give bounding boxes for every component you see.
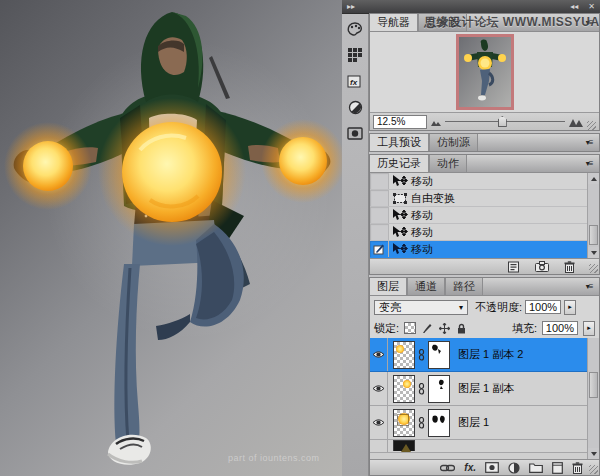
lock-position-icon[interactable]: [438, 322, 450, 334]
free-transform-icon: [389, 192, 411, 205]
link-layers-button[interactable]: [440, 464, 455, 472]
zoom-percent-input[interactable]: [373, 115, 427, 129]
history-panel: 历史记录 动作 ▾≡ 移动: [369, 154, 600, 275]
scroll-down-icon[interactable]: [588, 247, 599, 258]
lock-transparency-icon[interactable]: [404, 322, 416, 334]
history-brush-source-icon[interactable]: [370, 241, 389, 257]
lock-paint-brush-icon[interactable]: [421, 322, 433, 334]
fill-input[interactable]: 100%: [542, 321, 578, 335]
visibility-eye-icon[interactable]: [370, 406, 388, 439]
new-group-folder-icon[interactable]: [529, 462, 543, 473]
link-chain-icon: [415, 417, 428, 429]
layer-mask-thumbnail[interactable]: [428, 375, 450, 403]
new-snapshot-button[interactable]: [535, 261, 549, 272]
history-panel-menu-icon[interactable]: ▾≡: [579, 155, 599, 172]
panel-dock: ▸▸ ◂◂ ✕ fx: [342, 0, 600, 476]
zoom-out-icon[interactable]: [431, 118, 441, 126]
figure-artwork: [0, 0, 342, 476]
opacity-slider-button[interactable]: ▸: [564, 300, 576, 315]
history-row-selected[interactable]: 移动: [370, 241, 599, 258]
history-row[interactable]: 移动: [370, 207, 599, 224]
history-brush-well[interactable]: [370, 224, 389, 240]
link-chain-icon: [415, 383, 428, 395]
background-layer-thumbnail[interactable]: [393, 440, 415, 451]
history-row[interactable]: 移动: [370, 224, 599, 241]
lock-all-icon[interactable]: [455, 322, 467, 334]
layer-row[interactable]: 图层 1 副本: [370, 372, 599, 406]
forum-watermark: 思缘设计论坛 WWW.MISSYUAN.COM: [424, 14, 600, 31]
masks-panel-icon[interactable]: [345, 123, 365, 143]
new-document-from-state-button[interactable]: [507, 261, 520, 273]
history-brush-well[interactable]: [370, 207, 389, 223]
opacity-label: 不透明度:: [475, 300, 522, 315]
history-brush-well[interactable]: [370, 190, 389, 206]
layer-style-fx-button[interactable]: fx.: [464, 463, 476, 473]
blend-mode-dropdown[interactable]: 变亮 ▾: [374, 300, 468, 315]
tool-presets-panel-menu-icon[interactable]: ▾≡: [579, 134, 599, 151]
visibility-eye-icon[interactable]: [370, 338, 388, 371]
adjustments-panel-icon[interactable]: [345, 97, 365, 117]
tab-layers[interactable]: 图层: [370, 278, 407, 295]
history-list: 移动 自由变换 移动: [370, 173, 599, 258]
tab-tool-presets[interactable]: 工具预设: [370, 134, 429, 151]
layer-mask-thumbnail[interactable]: [428, 341, 450, 369]
new-layer-button[interactable]: [552, 462, 563, 474]
scroll-down-icon[interactable]: [588, 448, 599, 459]
history-scroll-thumb[interactable]: [589, 225, 598, 245]
tab-navigator[interactable]: 导航器: [370, 14, 418, 31]
tool-presets-panel: 工具预设 仿制源 ▾≡: [369, 133, 600, 152]
collapse-to-icons-button[interactable]: ◂◂: [565, 0, 583, 13]
tab-paths[interactable]: 路径: [445, 278, 483, 295]
tab-history[interactable]: 历史记录: [370, 155, 429, 172]
zoom-slider-thumb[interactable]: [498, 116, 507, 127]
layer-mask-thumbnail[interactable]: [428, 409, 450, 437]
add-layer-mask-button[interactable]: [485, 462, 499, 473]
move-tool-icon: [389, 209, 411, 221]
layer-thumbnail[interactable]: [393, 341, 415, 369]
canvas-image[interactable]: part of iountens.com: [0, 0, 342, 476]
history-brush-well[interactable]: [370, 173, 389, 189]
color-panel-icon[interactable]: [345, 19, 365, 39]
history-bottom-bar: [370, 258, 599, 274]
history-step-label: 移动: [411, 208, 433, 223]
layer-row[interactable]: 图层 1: [370, 406, 599, 440]
close-icon[interactable]: ✕: [583, 0, 600, 13]
layer-row-selected[interactable]: 图层 1 副本 2: [370, 338, 599, 372]
styles-panel-icon[interactable]: fx: [345, 71, 365, 91]
new-adjustment-layer-button[interactable]: [508, 462, 520, 474]
navigator-preview-area: [370, 32, 599, 112]
dock-expand-button[interactable]: ▸▸: [342, 0, 360, 13]
fill-slider-button[interactable]: ▸: [583, 321, 595, 336]
history-resize-grip[interactable]: [589, 264, 598, 273]
history-row[interactable]: 自由变换: [370, 190, 599, 207]
lock-label: 锁定:: [374, 321, 399, 336]
opacity-input[interactable]: 100%: [525, 300, 561, 314]
layers-scrollbar[interactable]: [587, 338, 599, 459]
tab-clone-source[interactable]: 仿制源: [429, 134, 478, 151]
visibility-eye-icon[interactable]: [370, 372, 388, 405]
delete-state-trash-icon[interactable]: [564, 261, 575, 273]
navigator-proxy-view[interactable]: [456, 34, 514, 110]
zoom-slider[interactable]: [445, 121, 565, 122]
layers-resize-grip[interactable]: [589, 465, 598, 474]
history-row[interactable]: 移动: [370, 173, 599, 190]
swatches-panel-icon[interactable]: [345, 45, 365, 65]
svg-text:fx: fx: [350, 78, 358, 87]
scroll-up-icon[interactable]: [588, 173, 599, 184]
tab-channels[interactable]: 通道: [407, 278, 445, 295]
layers-scroll-thumb[interactable]: [589, 372, 598, 398]
layer-thumbnail[interactable]: [393, 409, 415, 437]
navigator-resize-grip[interactable]: [587, 121, 596, 130]
tab-actions[interactable]: 动作: [429, 155, 467, 172]
layer-thumbnail[interactable]: [393, 375, 415, 403]
layers-panel-menu-icon[interactable]: ▾≡: [579, 278, 599, 295]
fill-label: 填充:: [512, 321, 537, 336]
history-scrollbar[interactable]: [587, 173, 599, 258]
history-step-label: 移动: [411, 242, 433, 257]
chevron-down-icon: ▾: [459, 303, 463, 312]
history-step-label: 自由变换: [411, 191, 455, 206]
delete-layer-trash-icon[interactable]: [572, 462, 583, 474]
link-chain-icon: [415, 349, 428, 361]
zoom-in-icon[interactable]: [569, 116, 583, 127]
layer-row-partial[interactable]: [370, 440, 599, 453]
